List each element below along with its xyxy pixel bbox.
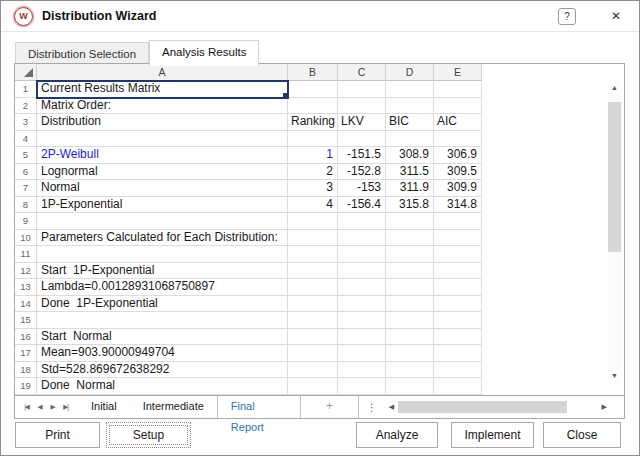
cell[interactable]: 308.9 — [386, 147, 434, 164]
cell[interactable]: 4 — [288, 197, 338, 214]
cell[interactable] — [288, 378, 338, 395]
cell[interactable]: 1 — [288, 147, 338, 164]
row-header[interactable]: 5 — [15, 147, 37, 164]
cell[interactable] — [338, 279, 386, 296]
close-button[interactable]: Close — [543, 422, 621, 448]
implement-button[interactable]: Implement — [451, 422, 534, 448]
next-sheet-icon[interactable]: ▶ — [46, 403, 59, 411]
row-header[interactable]: 16 — [15, 329, 37, 346]
horizontal-scrollbar-thumb[interactable] — [398, 401, 567, 413]
horizontal-scrollbar[interactable] — [398, 400, 598, 414]
hscroll-right-icon[interactable]: ▶ — [598, 403, 611, 411]
cell[interactable] — [37, 213, 288, 230]
cell[interactable] — [434, 263, 482, 280]
cell[interactable] — [338, 131, 386, 148]
cell[interactable] — [434, 98, 482, 115]
cell[interactable] — [338, 213, 386, 230]
row-header[interactable]: 18 — [15, 362, 37, 379]
cell[interactable] — [386, 263, 434, 280]
cell[interactable] — [288, 345, 338, 362]
cell[interactable]: 311.9 — [386, 180, 434, 197]
cell[interactable]: Ranking — [288, 114, 338, 131]
cell[interactable] — [338, 378, 386, 395]
cell[interactable] — [288, 230, 338, 247]
cell[interactable] — [338, 98, 386, 115]
sheet-tab-final-report[interactable]: Final Report — [217, 396, 301, 418]
row-header[interactable]: 11 — [15, 246, 37, 263]
cell[interactable] — [338, 362, 386, 379]
help-button[interactable]: ? — [558, 8, 576, 25]
close-icon[interactable]: ✕ — [608, 9, 624, 23]
row-header[interactable]: 2 — [15, 98, 37, 115]
cell[interactable] — [288, 312, 338, 329]
cell[interactable]: 309.5 — [434, 164, 482, 181]
cell[interactable] — [37, 246, 288, 263]
sheet-tab-intermediate[interactable]: Intermediate — [130, 396, 217, 418]
row-header[interactable]: 19 — [15, 378, 37, 395]
analyze-button[interactable]: Analyze — [356, 422, 438, 448]
row-header[interactable]: 1 — [15, 81, 37, 98]
cell[interactable]: Parameters Calculated for Each Distribut… — [37, 230, 288, 247]
cell[interactable] — [434, 131, 482, 148]
first-sheet-icon[interactable]: |◀ — [20, 403, 33, 411]
row-header[interactable]: 14 — [15, 296, 37, 313]
cell[interactable] — [288, 246, 338, 263]
cell[interactable] — [288, 213, 338, 230]
cell[interactable]: 2 — [288, 164, 338, 181]
row-header[interactable]: 6 — [15, 164, 37, 181]
cell[interactable]: 309.9 — [434, 180, 482, 197]
cell[interactable] — [386, 230, 434, 247]
cell[interactable] — [434, 296, 482, 313]
cell[interactable]: Start 1P-Exponential — [37, 263, 288, 280]
scroll-up-icon[interactable]: ▲ — [607, 82, 622, 94]
cell[interactable] — [386, 296, 434, 313]
vertical-scrollbar-thumb[interactable] — [608, 102, 621, 252]
cell[interactable] — [386, 131, 434, 148]
hscroll-left-icon[interactable]: ◀ — [385, 403, 398, 411]
cell[interactable]: 314.8 — [434, 197, 482, 214]
select-all-corner[interactable] — [15, 64, 37, 81]
cell[interactable]: Lambda=0.00128931068750897 — [37, 279, 288, 296]
tab-splitter-handle[interactable]: ⋮ — [359, 402, 385, 413]
cell[interactable] — [434, 329, 482, 346]
cell[interactable]: Distribution — [37, 114, 288, 131]
cell[interactable] — [37, 312, 288, 329]
scroll-down-icon[interactable]: ▼ — [607, 370, 622, 382]
cell[interactable]: LKV — [338, 114, 386, 131]
cell[interactable] — [288, 98, 338, 115]
row-header[interactable]: 3 — [15, 114, 37, 131]
row-header[interactable]: 7 — [15, 180, 37, 197]
cell[interactable] — [288, 279, 338, 296]
cell[interactable] — [434, 246, 482, 263]
cell[interactable]: AIC — [434, 114, 482, 131]
cell[interactable] — [386, 98, 434, 115]
row-header[interactable]: 10 — [15, 230, 37, 247]
cell[interactable]: Start Normal — [37, 329, 288, 346]
cell[interactable]: -153 — [338, 180, 386, 197]
cell[interactable]: Matrix Order: — [37, 98, 288, 115]
cell[interactable]: BIC — [386, 114, 434, 131]
cell[interactable] — [434, 345, 482, 362]
prev-sheet-icon[interactable]: ◀ — [33, 403, 46, 411]
cell[interactable] — [338, 329, 386, 346]
cell[interactable]: Mean=903.90000949704 — [37, 345, 288, 362]
cell[interactable] — [386, 362, 434, 379]
cell[interactable]: 1P-Exponential — [37, 197, 288, 214]
cell[interactable] — [338, 230, 386, 247]
cell[interactable] — [386, 246, 434, 263]
cell[interactable] — [386, 279, 434, 296]
cell[interactable]: 2P-Weibull — [37, 147, 288, 164]
column-header-e[interactable]: E — [434, 64, 482, 81]
cell[interactable] — [338, 312, 386, 329]
cell[interactable]: Done 1P-Exponential — [37, 296, 288, 313]
cell[interactable]: 315.8 — [386, 197, 434, 214]
cell[interactable] — [434, 81, 482, 98]
row-header[interactable]: 17 — [15, 345, 37, 362]
row-header[interactable]: 9 — [15, 213, 37, 230]
vertical-scrollbar[interactable]: ▲ ▼ — [607, 82, 622, 382]
cell[interactable] — [288, 296, 338, 313]
cell[interactable]: Normal — [37, 180, 288, 197]
row-header[interactable]: 13 — [15, 279, 37, 296]
selected-cell[interactable]: Current Results Matrix — [37, 81, 288, 98]
column-header-b[interactable]: B — [288, 64, 338, 81]
